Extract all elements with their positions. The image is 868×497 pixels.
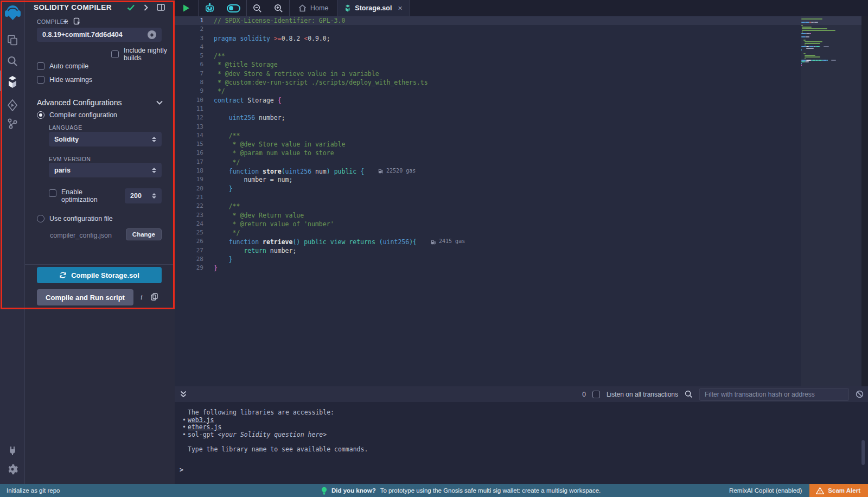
code-line: 2 (175, 25, 868, 34)
terminal-link[interactable]: ethers.js (188, 423, 221, 431)
change-config-button[interactable]: Change (126, 228, 162, 240)
copilot-status[interactable]: RemixAI Copilot (enabled) (729, 487, 802, 494)
line-number: 27 (175, 246, 209, 255)
deploy-run-icon[interactable] (0, 96, 25, 114)
bullet: • (182, 417, 186, 424)
editor-scrollbar-track[interactable] (861, 16, 868, 386)
use-config-file-radio[interactable] (37, 215, 44, 222)
listen-all-transactions-label: Listen on all transactions (607, 391, 678, 398)
line-number: 9 (175, 87, 209, 95)
editor-minimap[interactable] (801, 16, 861, 386)
line-number: 4 (175, 43, 209, 52)
code-text: uint256 number; (214, 113, 285, 122)
config-filename: compiler_config.json (50, 232, 112, 239)
close-tab-icon[interactable]: × (398, 4, 402, 12)
copy-version-icon[interactable] (73, 17, 81, 26)
pin-panel-icon[interactable] (157, 4, 165, 11)
terminal-text: <your Solidity question here> (218, 431, 327, 438)
listen-all-transactions-checkbox[interactable] (592, 391, 600, 398)
code-line: 22 /** (175, 202, 868, 211)
compile-button[interactable]: Compile Storage.sol (37, 267, 162, 283)
enable-optimization-checkbox[interactable] (49, 189, 56, 197)
terminal-output[interactable]: The following libraries are accessible:•… (175, 402, 868, 484)
select-arrows-icon (152, 168, 156, 173)
code-text: */ (214, 87, 225, 95)
nightly-builds-row: Include nightly builds (111, 47, 175, 62)
auto-compile-row: Auto compile (37, 62, 88, 70)
language-select[interactable]: Solidity (49, 132, 162, 146)
remix-logo-icon[interactable] (0, 3, 25, 22)
zoom-out-icon (253, 4, 262, 13)
stepper-arrows-icon (152, 193, 156, 199)
tab-home[interactable]: Home (290, 0, 337, 16)
chevron-right-icon[interactable] (144, 4, 148, 11)
file-explorer-icon[interactable] (0, 31, 25, 49)
lightbulb-icon (321, 487, 327, 495)
code-text: */ (214, 158, 240, 167)
robot-icon (205, 3, 215, 13)
settings-gear-icon[interactable] (0, 460, 25, 479)
git-icon[interactable] (0, 114, 25, 133)
terminal-line (175, 438, 868, 446)
run-script-play-button[interactable] (175, 0, 198, 16)
hide-warnings-checkbox[interactable] (37, 76, 44, 84)
code-line: 4 (175, 43, 868, 52)
ai-copilot-robot-button[interactable] (199, 0, 221, 16)
terminal-search-icon[interactable] (685, 390, 693, 398)
info-icon[interactable]: i (141, 293, 143, 302)
scam-alert-badge[interactable]: Scam Alert (809, 484, 868, 497)
language-value: Solidity (54, 136, 79, 143)
line-number: 2 (175, 25, 209, 34)
terminal-text: Type the library name to see available c… (188, 445, 368, 453)
code-editor[interactable]: 1// SPDX-License-Identifier: GPL-3.023pr… (175, 16, 868, 386)
compile-and-run-button[interactable]: Compile and Run script (37, 289, 133, 305)
code-line: 8 * @custom:dev-run-script ./scripts/dep… (175, 78, 868, 87)
terminal-prompt[interactable]: > (180, 466, 183, 474)
code-line: 13 (175, 123, 868, 131)
line-number: 3 (175, 34, 209, 43)
line-number: 23 (175, 211, 209, 220)
line-number: 21 (175, 193, 209, 202)
zoom-in-button[interactable] (268, 0, 289, 16)
compiled-check-icon (127, 4, 135, 11)
bullet: • (182, 431, 186, 439)
init-git-repo-button[interactable]: Initialize as git repo (0, 487, 60, 494)
line-number: 12 (175, 113, 209, 122)
tab-storage-sol[interactable]: Storage.sol × (337, 0, 409, 16)
plugin-manager-icon[interactable] (0, 442, 25, 460)
code-line: 18 function store(uint256 num) public {2… (175, 167, 868, 175)
compile-button-label: Compile Storage.sol (71, 271, 139, 279)
code-text: pragma solidity >=0.8.2 <0.9.0; (214, 34, 330, 43)
auto-compile-checkbox[interactable] (37, 62, 44, 70)
terminal-text: sol-gpt (188, 431, 218, 438)
zoom-out-button[interactable] (247, 0, 268, 16)
line-number: 15 (175, 140, 209, 149)
solidity-compiler-icon[interactable] (0, 73, 25, 91)
copilot-toggle[interactable] (221, 0, 246, 16)
optimization-runs-input[interactable]: 200 (125, 188, 162, 203)
terminal-link[interactable]: web3.js (188, 416, 214, 424)
evm-version-select[interactable]: paris (49, 163, 162, 177)
add-compiler-icon[interactable]: + (63, 16, 68, 27)
code-line: 10contract Storage { (175, 96, 868, 105)
advanced-configurations-toggle[interactable]: Advanced Configurations (37, 98, 163, 107)
line-number: 29 (175, 264, 209, 272)
code-line: 15 * @dev Store value in variable (175, 140, 868, 149)
copy-icon[interactable] (151, 293, 158, 301)
remix-ide-window: SOLIDITY COMPILER COMPILER + 0.8.19+comm… (0, 0, 868, 497)
line-number: 1 (175, 16, 209, 25)
search-icon[interactable] (0, 52, 25, 71)
code-line: 6 * @title Storage (175, 60, 868, 69)
version-stepper-icon (148, 30, 156, 39)
compiler-configuration-radio[interactable] (37, 111, 44, 119)
code-line: 24 * @return value of 'number' (175, 220, 868, 228)
code-text: /** (214, 202, 240, 211)
clear-console-icon[interactable] (856, 390, 864, 398)
nightly-builds-checkbox[interactable] (111, 50, 119, 58)
refresh-icon (59, 271, 67, 279)
compiler-version-select[interactable]: 0.8.19+commit.7dd6d404 (37, 28, 162, 42)
toggle-terminal-icon[interactable] (180, 391, 187, 398)
transaction-filter-input[interactable] (699, 388, 849, 401)
terminal-scrollbar[interactable] (861, 440, 865, 465)
code-text: // SPDX-License-Identifier: GPL-3.0 (214, 16, 345, 25)
